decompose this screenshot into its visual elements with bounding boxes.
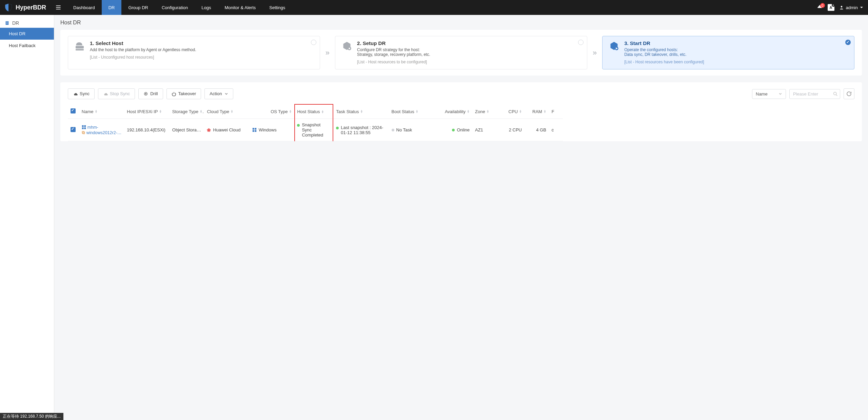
nav-link-monitor[interactable]: Monitor & Alerts xyxy=(218,0,262,15)
select-all-checkbox[interactable] xyxy=(71,108,76,113)
cell-storage: Object Storage xyxy=(170,119,204,141)
nav-link-settings[interactable]: Settings xyxy=(262,0,292,15)
action-dropdown[interactable]: Action xyxy=(204,88,233,99)
brand-logo: HyperBDR xyxy=(0,3,50,12)
play-cube-icon xyxy=(608,40,620,52)
status-dot-icon xyxy=(297,124,300,127)
status-dot-icon xyxy=(392,129,394,131)
refresh-button[interactable] xyxy=(844,88,854,99)
cell-os: Windows xyxy=(250,119,295,141)
step-sub: [List - Host resources to be configured] xyxy=(357,60,581,64)
nav-links: Dashboard DR Group DR Configuration Logs… xyxy=(66,0,292,15)
step-setup-dr[interactable]: 2. Setup DR Configure DR strategy for th… xyxy=(335,36,587,69)
row-checkbox[interactable] xyxy=(71,127,76,132)
nav-link-configuration[interactable]: Configuration xyxy=(155,0,195,15)
sidebar-item-host-failback[interactable]: Host Failback xyxy=(0,40,54,51)
table-card: Sync Stop Sync Drill Takeover Action xyxy=(60,82,862,141)
server-icon xyxy=(74,40,86,52)
col-boot-status[interactable]: Boot Status▲▼ xyxy=(389,104,441,119)
svg-point-16 xyxy=(834,92,836,95)
table-header-row: Name▲▼ Host IP/ESXi IP▲▼ Storage Type▲▼ … xyxy=(68,104,563,119)
windows-icon xyxy=(82,125,86,129)
step-select-host[interactable]: 1. Select Host Add the host to the platf… xyxy=(68,36,320,69)
col-host-status[interactable]: Host Status▲▼ xyxy=(295,104,333,119)
drill-button[interactable]: Drill xyxy=(138,88,163,99)
building-icon xyxy=(5,21,9,25)
svg-rect-24 xyxy=(253,128,254,130)
col-extra[interactable]: F xyxy=(549,104,563,119)
step-status-icon xyxy=(578,40,584,45)
toolbar: Sync Stop Sync Drill Takeover Action xyxy=(68,88,854,99)
nav-link-logs[interactable]: Logs xyxy=(195,0,218,15)
col-cloud[interactable]: Cloud Type▲▼ xyxy=(204,104,249,119)
table-scroll[interactable]: Name▲▼ Host IP/ESXi IP▲▼ Storage Type▲▼ … xyxy=(68,104,854,141)
hamburger-icon xyxy=(55,4,62,11)
sync-button[interactable]: Sync xyxy=(68,88,95,99)
steps-card: 1. Select Host Add the host to the platf… xyxy=(60,30,862,76)
cell-task-status: Last snapshot : 2024-01-12 11:38:55 xyxy=(333,119,389,141)
svg-rect-18 xyxy=(82,125,84,127)
search-input[interactable] xyxy=(789,89,840,99)
status-dot-icon xyxy=(452,129,455,131)
browser-status-bar: 正在等待 192.168.7.50 的响应... xyxy=(0,413,63,420)
step-start-dr[interactable]: 3. Start DR Operate the configured hosts… xyxy=(602,36,854,69)
table-row[interactable]: mhm- windows2012r2-… 192.168.10.4(ESXi) … xyxy=(68,119,563,141)
nav-link-dr[interactable]: DR xyxy=(102,0,122,15)
nav-link-group-dr[interactable]: Group DR xyxy=(121,0,155,15)
step-desc: Add the host to the platform by Agent or… xyxy=(90,47,314,52)
page-title: Host DR xyxy=(60,20,862,26)
cloud-stop-icon xyxy=(103,91,108,96)
col-name[interactable]: Name▲▼ xyxy=(79,104,124,119)
stop-sync-button[interactable]: Stop Sync xyxy=(98,88,135,99)
col-zone[interactable]: Zone▲▼ xyxy=(472,104,500,119)
notif-badge: 0 xyxy=(820,3,825,8)
svg-rect-27 xyxy=(255,130,256,132)
svg-rect-8 xyxy=(7,23,8,24)
chevron-down-icon xyxy=(224,92,228,96)
col-storage[interactable]: Storage Type▲▼ xyxy=(170,104,204,119)
cloud-sync-icon xyxy=(73,91,78,96)
sidebar-item-host-dr[interactable]: Host DR xyxy=(0,28,54,40)
sidebar-section-header: DR xyxy=(0,18,54,28)
col-ip[interactable]: Host IP/ESXi IP▲▼ xyxy=(124,104,169,119)
top-nav: HyperBDR Dashboard DR Group DR Configura… xyxy=(0,0,868,15)
svg-line-17 xyxy=(836,94,837,96)
col-availability[interactable]: Availability▲▼ xyxy=(441,104,472,119)
col-os[interactable]: OS Type▲▼ xyxy=(250,104,295,119)
svg-rect-7 xyxy=(6,23,7,24)
chevron-right-icon: » xyxy=(326,36,330,69)
col-cpu[interactable]: CPU▲▼ xyxy=(500,104,525,119)
user-menu[interactable]: admin xyxy=(839,5,863,10)
huawei-icon: ❀ xyxy=(207,127,211,133)
caret-down-icon xyxy=(860,6,863,9)
svg-rect-9 xyxy=(76,46,84,49)
status-dot-icon xyxy=(336,127,339,129)
hamburger-menu[interactable] xyxy=(50,0,66,15)
svg-rect-21 xyxy=(84,127,86,129)
hosts-table: Name▲▼ Host IP/ESXi IP▲▼ Storage Type▲▼ … xyxy=(68,104,563,141)
svg-point-15 xyxy=(145,93,146,94)
font-size-button[interactable]: A xyxy=(828,4,834,11)
svg-rect-19 xyxy=(84,125,86,127)
step-title: 2. Setup DR xyxy=(357,40,581,46)
windows-icon xyxy=(252,128,257,132)
nav-link-dashboard[interactable]: Dashboard xyxy=(66,0,102,15)
svg-rect-25 xyxy=(255,128,256,130)
cell-host-status: Snapshot Sync Completed xyxy=(295,119,333,141)
clone-icon xyxy=(82,130,85,135)
filter-field-select[interactable]: Name xyxy=(752,89,786,99)
takeover-button[interactable]: Takeover xyxy=(166,88,201,99)
col-task-status[interactable]: Task Status▲▼ xyxy=(333,104,389,119)
notifications-button[interactable]: 0 xyxy=(817,4,823,10)
step-title: 1. Select Host xyxy=(90,40,314,46)
refresh-icon xyxy=(846,91,852,97)
col-ram[interactable]: RAM▲▼ xyxy=(525,104,549,119)
svg-rect-23 xyxy=(83,132,85,134)
svg-rect-20 xyxy=(82,127,84,129)
svg-rect-4 xyxy=(6,21,9,25)
svg-point-12 xyxy=(349,48,350,49)
host-name-link[interactable]: mhm- windows2012r2-… xyxy=(82,125,121,135)
user-label: admin xyxy=(846,5,858,10)
step-sub: [List - Host resources have been configu… xyxy=(624,60,849,64)
svg-point-3 xyxy=(841,6,842,7)
